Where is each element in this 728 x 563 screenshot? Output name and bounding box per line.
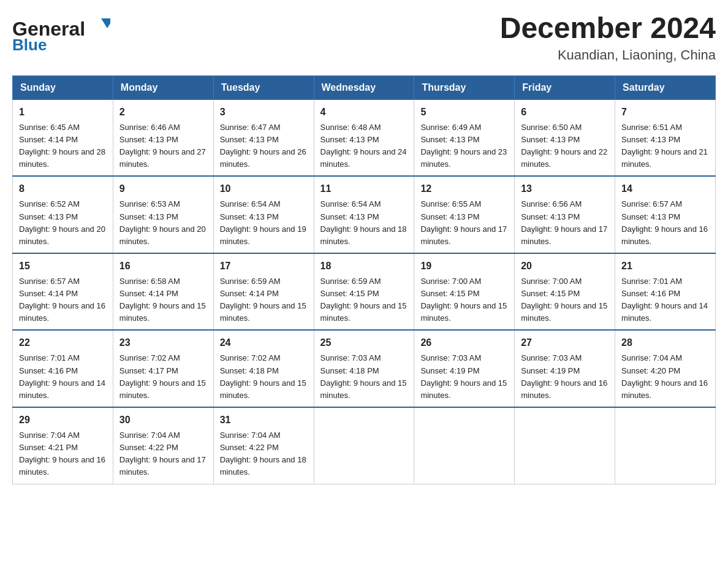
logo-svg: General Blue	[12, 12, 110, 55]
location: Kuandian, Liaoning, China	[500, 47, 716, 63]
calendar-cell: 23Sunrise: 7:02 AMSunset: 4:17 PMDayligh…	[113, 330, 213, 407]
day-number: 15	[19, 259, 107, 274]
day-number: 31	[220, 413, 308, 427]
day-info: Sunrise: 6:57 AMSunset: 4:13 PMDaylight:…	[621, 198, 709, 248]
day-number: 22	[19, 335, 107, 350]
calendar-cell: 22Sunrise: 7:01 AMSunset: 4:16 PMDayligh…	[13, 330, 113, 407]
calendar-cell: 11Sunrise: 6:54 AMSunset: 4:13 PMDayligh…	[314, 176, 414, 253]
svg-marker-1	[101, 18, 110, 28]
calendar-table: SundayMondayTuesdayWednesdayThursdayFrid…	[12, 75, 716, 484]
day-info: Sunrise: 7:03 AMSunset: 4:19 PMDaylight:…	[420, 352, 508, 402]
calendar-day-header: Sunday	[13, 75, 113, 99]
day-number: 7	[621, 105, 709, 120]
calendar-cell: 13Sunrise: 6:56 AMSunset: 4:13 PMDayligh…	[515, 176, 615, 253]
calendar-cell: 16Sunrise: 6:58 AMSunset: 4:14 PMDayligh…	[113, 253, 213, 331]
calendar-cell: 27Sunrise: 7:03 AMSunset: 4:19 PMDayligh…	[515, 330, 615, 407]
calendar-cell	[314, 407, 414, 484]
day-info: Sunrise: 6:59 AMSunset: 4:14 PMDaylight:…	[220, 275, 308, 325]
day-number: 8	[19, 182, 107, 196]
calendar-cell: 15Sunrise: 6:57 AMSunset: 4:14 PMDayligh…	[13, 253, 113, 331]
day-info: Sunrise: 6:51 AMSunset: 4:13 PMDaylight:…	[621, 121, 709, 171]
day-number: 27	[521, 335, 609, 350]
day-number: 29	[19, 413, 107, 427]
calendar-cell: 21Sunrise: 7:01 AMSunset: 4:16 PMDayligh…	[615, 253, 716, 331]
day-number: 14	[621, 182, 709, 196]
calendar-week-row: 29Sunrise: 7:04 AMSunset: 4:21 PMDayligh…	[13, 407, 716, 484]
calendar-cell: 14Sunrise: 6:57 AMSunset: 4:13 PMDayligh…	[615, 176, 716, 253]
day-info: Sunrise: 6:49 AMSunset: 4:13 PMDaylight:…	[420, 121, 508, 171]
calendar-cell: 12Sunrise: 6:55 AMSunset: 4:13 PMDayligh…	[414, 176, 515, 253]
calendar-cell: 19Sunrise: 7:00 AMSunset: 4:15 PMDayligh…	[414, 253, 515, 331]
day-info: Sunrise: 7:00 AMSunset: 4:15 PMDaylight:…	[420, 275, 508, 325]
calendar-day-header: Tuesday	[213, 75, 314, 99]
day-info: Sunrise: 7:00 AMSunset: 4:15 PMDaylight:…	[521, 275, 609, 325]
day-info: Sunrise: 6:55 AMSunset: 4:13 PMDaylight:…	[420, 198, 508, 248]
day-number: 16	[119, 259, 207, 274]
day-info: Sunrise: 7:04 AMSunset: 4:20 PMDaylight:…	[621, 352, 709, 402]
day-info: Sunrise: 6:58 AMSunset: 4:14 PMDaylight:…	[119, 275, 207, 325]
day-info: Sunrise: 7:02 AMSunset: 4:18 PMDaylight:…	[220, 352, 308, 402]
logo: General Blue	[12, 12, 110, 55]
day-number: 26	[420, 335, 508, 350]
day-number: 10	[220, 182, 308, 196]
day-number: 4	[320, 105, 408, 120]
calendar-week-row: 15Sunrise: 6:57 AMSunset: 4:14 PMDayligh…	[13, 253, 716, 331]
day-info: Sunrise: 6:47 AMSunset: 4:13 PMDaylight:…	[220, 121, 308, 171]
calendar-week-row: 8Sunrise: 6:52 AMSunset: 4:13 PMDaylight…	[13, 176, 716, 253]
day-info: Sunrise: 6:48 AMSunset: 4:13 PMDaylight:…	[320, 121, 408, 171]
calendar-cell: 24Sunrise: 7:02 AMSunset: 4:18 PMDayligh…	[213, 330, 314, 407]
svg-text:Blue: Blue	[12, 36, 47, 54]
calendar-cell: 20Sunrise: 7:00 AMSunset: 4:15 PMDayligh…	[515, 253, 615, 331]
day-number: 13	[521, 182, 609, 196]
calendar-cell: 5Sunrise: 6:49 AMSunset: 4:13 PMDaylight…	[414, 99, 515, 176]
calendar-cell: 6Sunrise: 6:50 AMSunset: 4:13 PMDaylight…	[515, 99, 615, 176]
day-info: Sunrise: 6:50 AMSunset: 4:13 PMDaylight:…	[521, 121, 609, 171]
day-number: 30	[119, 413, 207, 427]
day-info: Sunrise: 7:03 AMSunset: 4:19 PMDaylight:…	[521, 352, 609, 402]
day-number: 9	[119, 182, 207, 196]
day-number: 3	[220, 105, 308, 120]
calendar-cell: 29Sunrise: 7:04 AMSunset: 4:21 PMDayligh…	[13, 407, 113, 484]
calendar-cell: 2Sunrise: 6:46 AMSunset: 4:13 PMDaylight…	[113, 99, 213, 176]
calendar-cell: 18Sunrise: 6:59 AMSunset: 4:15 PMDayligh…	[314, 253, 414, 331]
calendar-cell	[414, 407, 515, 484]
calendar-cell: 1Sunrise: 6:45 AMSunset: 4:14 PMDaylight…	[13, 99, 113, 176]
calendar-cell: 9Sunrise: 6:53 AMSunset: 4:13 PMDaylight…	[113, 176, 213, 253]
calendar-cell: 8Sunrise: 6:52 AMSunset: 4:13 PMDaylight…	[13, 176, 113, 253]
calendar-cell: 3Sunrise: 6:47 AMSunset: 4:13 PMDaylight…	[213, 99, 314, 176]
title-block: December 2024 Kuandian, Liaoning, China	[500, 12, 716, 63]
day-number: 17	[220, 259, 308, 274]
calendar-cell	[515, 407, 615, 484]
calendar-cell: 26Sunrise: 7:03 AMSunset: 4:19 PMDayligh…	[414, 330, 515, 407]
day-info: Sunrise: 6:46 AMSunset: 4:13 PMDaylight:…	[119, 121, 207, 171]
page-header: General Blue December 2024 Kuandian, Lia…	[12, 12, 716, 63]
day-info: Sunrise: 7:02 AMSunset: 4:17 PMDaylight:…	[119, 352, 207, 402]
day-number: 28	[621, 335, 709, 350]
calendar-day-header: Saturday	[615, 75, 716, 99]
calendar-cell: 7Sunrise: 6:51 AMSunset: 4:13 PMDaylight…	[615, 99, 716, 176]
day-info: Sunrise: 6:53 AMSunset: 4:13 PMDaylight:…	[119, 198, 207, 248]
day-info: Sunrise: 6:57 AMSunset: 4:14 PMDaylight:…	[19, 275, 107, 325]
day-number: 12	[420, 182, 508, 196]
calendar-day-header: Monday	[113, 75, 213, 99]
calendar-cell: 31Sunrise: 7:04 AMSunset: 4:22 PMDayligh…	[213, 407, 314, 484]
day-number: 18	[320, 259, 408, 274]
day-number: 25	[320, 335, 408, 350]
day-number: 23	[119, 335, 207, 350]
day-info: Sunrise: 7:04 AMSunset: 4:21 PMDaylight:…	[19, 429, 107, 479]
calendar-day-header: Wednesday	[314, 75, 414, 99]
day-info: Sunrise: 6:56 AMSunset: 4:13 PMDaylight:…	[521, 198, 609, 248]
day-number: 21	[621, 259, 709, 274]
day-info: Sunrise: 7:04 AMSunset: 4:22 PMDaylight:…	[220, 429, 308, 479]
calendar-week-row: 22Sunrise: 7:01 AMSunset: 4:16 PMDayligh…	[13, 330, 716, 407]
calendar-cell: 28Sunrise: 7:04 AMSunset: 4:20 PMDayligh…	[615, 330, 716, 407]
calendar-cell: 10Sunrise: 6:54 AMSunset: 4:13 PMDayligh…	[213, 176, 314, 253]
day-number: 5	[420, 105, 508, 120]
day-info: Sunrise: 6:54 AMSunset: 4:13 PMDaylight:…	[320, 198, 408, 248]
day-info: Sunrise: 7:04 AMSunset: 4:22 PMDaylight:…	[119, 429, 207, 479]
day-info: Sunrise: 6:45 AMSunset: 4:14 PMDaylight:…	[19, 121, 107, 171]
calendar-cell: 17Sunrise: 6:59 AMSunset: 4:14 PMDayligh…	[213, 253, 314, 331]
day-number: 19	[420, 259, 508, 274]
calendar-day-header: Friday	[515, 75, 615, 99]
calendar-cell	[615, 407, 716, 484]
